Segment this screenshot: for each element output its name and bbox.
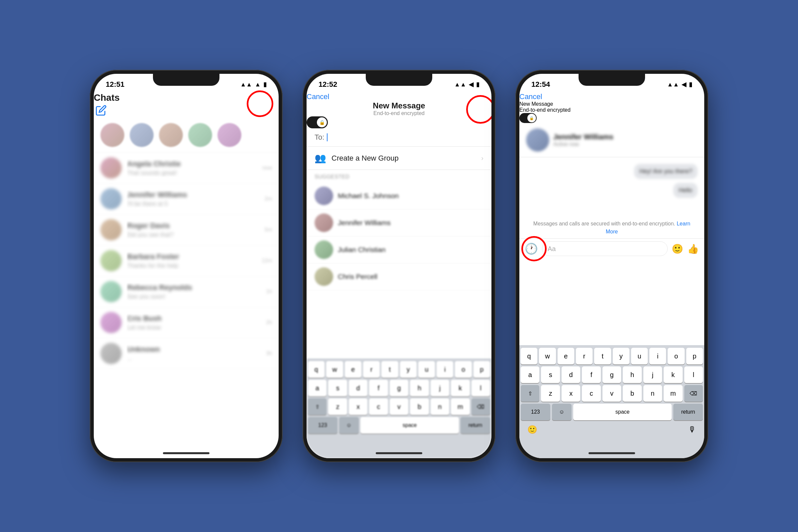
- key-f[interactable]: f: [369, 380, 388, 396]
- key-b[interactable]: b: [410, 398, 429, 415]
- emoji-face-icon[interactable]: 🙂: [527, 425, 537, 434]
- key-c[interactable]: c: [582, 385, 601, 402]
- key-j[interactable]: j: [431, 380, 449, 396]
- chat-preview: Did you see that?: [127, 231, 259, 239]
- cancel-button-3[interactable]: Cancel: [519, 92, 542, 101]
- chat-item[interactable]: Roger Davis Did you see that? 5m: [94, 214, 279, 245]
- chat-item[interactable]: Jennifer Williams I'll be there at 5 2m: [94, 184, 279, 214]
- key-y[interactable]: y: [400, 361, 417, 378]
- contact-item[interactable]: Chris Percell: [307, 263, 491, 290]
- key-w[interactable]: w: [539, 348, 556, 364]
- key-e[interactable]: e: [557, 348, 574, 364]
- return-key[interactable]: return: [673, 404, 703, 420]
- chat-item[interactable]: Barbara Foster Thanks for the help 12m: [94, 245, 279, 276]
- shift-key[interactable]: ⇧: [521, 385, 539, 402]
- key-i[interactable]: i: [649, 348, 666, 364]
- chat-info: Barbara Foster Thanks for the help: [127, 252, 256, 269]
- key-e[interactable]: e: [345, 361, 361, 378]
- key-u[interactable]: u: [418, 361, 435, 378]
- new-message-title-2: New Message: [307, 101, 491, 110]
- key-p[interactable]: p: [686, 348, 703, 364]
- emoji-key[interactable]: ☺: [339, 417, 359, 434]
- emoji-toolbar-icon[interactable]: 🙂: [672, 243, 683, 254]
- key-l[interactable]: l: [684, 366, 703, 383]
- key-h[interactable]: h: [623, 366, 641, 383]
- cancel-button-2[interactable]: Cancel: [307, 92, 329, 101]
- key-v[interactable]: v: [603, 385, 621, 402]
- key-m[interactable]: m: [451, 398, 470, 415]
- key-r[interactable]: r: [576, 348, 592, 364]
- contact-item[interactable]: Julian Christian: [307, 236, 491, 263]
- key-u[interactable]: u: [631, 348, 648, 364]
- key-l[interactable]: l: [472, 380, 490, 396]
- chat-item[interactable]: Unknown ... 3h: [94, 338, 279, 369]
- emoji-key[interactable]: ☺: [552, 404, 572, 420]
- input-placeholder: Aa: [548, 245, 556, 253]
- chat-item[interactable]: Cris Bush Let me know 2h: [94, 307, 279, 338]
- key-a[interactable]: a: [521, 366, 539, 383]
- key-t[interactable]: t: [381, 361, 398, 378]
- key-w[interactable]: w: [326, 361, 343, 378]
- key-z[interactable]: z: [328, 398, 347, 415]
- 123-key[interactable]: 123: [308, 417, 338, 434]
- key-j[interactable]: j: [643, 366, 662, 383]
- key-v[interactable]: v: [390, 398, 408, 415]
- key-i[interactable]: i: [437, 361, 453, 378]
- shift-key[interactable]: ⇧: [308, 398, 326, 415]
- key-n[interactable]: n: [431, 398, 449, 415]
- to-label-2: To:: [315, 133, 324, 141]
- return-key[interactable]: return: [460, 417, 490, 434]
- key-q[interactable]: q: [521, 348, 537, 364]
- key-s[interactable]: s: [328, 380, 347, 396]
- mic-icon[interactable]: 🎙: [688, 425, 696, 434]
- key-g[interactable]: g: [603, 366, 621, 383]
- contact-item[interactable]: Jennifer Williams: [307, 209, 491, 236]
- key-g[interactable]: g: [390, 380, 408, 396]
- key-x[interactable]: x: [349, 398, 367, 415]
- key-o[interactable]: o: [455, 361, 472, 378]
- chat-avatar: [100, 250, 122, 271]
- key-d[interactable]: d: [562, 366, 580, 383]
- space-key[interactable]: space: [573, 404, 672, 420]
- create-group-row[interactable]: 👥 Create a New Group ›: [307, 147, 491, 170]
- key-a[interactable]: a: [308, 380, 326, 396]
- home-indicator-1: [163, 452, 209, 454]
- key-m[interactable]: m: [664, 385, 682, 402]
- key-y[interactable]: y: [613, 348, 629, 364]
- compose-button[interactable]: [94, 103, 108, 118]
- key-r[interactable]: r: [363, 361, 380, 378]
- delete-key[interactable]: ⌫: [684, 385, 703, 402]
- message-input-3[interactable]: Aa: [542, 241, 668, 256]
- chat-item[interactable]: Angela Christie That sounds great! now: [94, 153, 279, 184]
- encryption-toggle-3[interactable]: 🔒: [519, 113, 537, 123]
- key-s[interactable]: s: [541, 366, 559, 383]
- time-2: 12:52: [319, 80, 337, 89]
- chat-item[interactable]: Rebecca Reynolds See you soon! 1h: [94, 276, 279, 307]
- story-avatar: [188, 123, 212, 147]
- key-h[interactable]: h: [410, 380, 429, 396]
- 123-key[interactable]: 123: [521, 404, 550, 420]
- key-z[interactable]: z: [541, 385, 559, 402]
- thumbs-up-icon[interactable]: 👍: [687, 243, 699, 254]
- key-c[interactable]: c: [369, 398, 388, 415]
- key-d[interactable]: d: [349, 380, 367, 396]
- keyboard-row: ⇧ z x c v b n m ⌫: [308, 398, 490, 415]
- key-t[interactable]: t: [594, 348, 611, 364]
- key-k[interactable]: k: [664, 366, 682, 383]
- encryption-toggle-2[interactable]: 🔒: [307, 116, 328, 128]
- contact-avatar: [315, 267, 333, 286]
- key-b[interactable]: b: [623, 385, 641, 402]
- space-key[interactable]: space: [360, 417, 459, 434]
- history-icon[interactable]: 🕐: [525, 242, 538, 255]
- key-q[interactable]: q: [308, 361, 324, 378]
- key-n[interactable]: n: [643, 385, 662, 402]
- key-f[interactable]: f: [582, 366, 601, 383]
- key-k[interactable]: k: [451, 380, 470, 396]
- key-x[interactable]: x: [562, 385, 580, 402]
- key-p[interactable]: p: [474, 361, 490, 378]
- key-o[interactable]: o: [668, 348, 684, 364]
- delete-key[interactable]: ⌫: [472, 398, 490, 415]
- contact-item[interactable]: Michael S. Johnson: [307, 183, 491, 209]
- to-field-2[interactable]: To:: [307, 128, 491, 147]
- phone-1: 12:51 ▲▲ ▲ ▮ Chats: [90, 70, 283, 462]
